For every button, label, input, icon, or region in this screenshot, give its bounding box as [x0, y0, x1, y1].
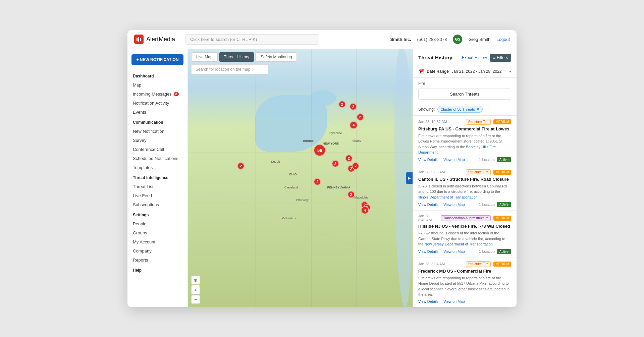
map-container: Live Map Threat History Safety Monitorin… [188, 49, 413, 307]
label-toronto: Toronto [303, 139, 314, 143]
map-locate-button[interactable]: ⊕ [191, 276, 200, 284]
expand-panel-button[interactable]: ▶ [406, 172, 413, 184]
sidebar-item-live-feed[interactable]: Live Feed [127, 191, 187, 200]
avatar: GS [453, 35, 462, 44]
view-map-3[interactable]: View on Map [443, 249, 465, 254]
logo-area: AlertMedia [134, 35, 175, 44]
map-tabs: Live Map Threat History Safety Monitorin… [191, 52, 297, 62]
threat-time-3: Jan 28, 8:40 AM [418, 214, 438, 222]
date-chevron-icon[interactable]: ▾ [509, 69, 511, 74]
sidebar-item-conference-call[interactable]: Conference Call [127, 145, 187, 154]
sidebar-item-my-account[interactable]: My Account [127, 237, 187, 246]
cluster-2-i[interactable]: 2 [347, 191, 355, 198]
threat-time-1: Jan 28, 10:37 AM [418, 120, 463, 124]
sidebar-item-map[interactable]: Map [127, 80, 187, 90]
sidebar-item-survey[interactable]: Survey [127, 136, 187, 145]
cluster-2-l[interactable]: 2 [237, 162, 245, 170]
sidebar-item-scheduled-notifications[interactable]: Scheduled Notifications [127, 154, 187, 163]
sidebar-item-templates[interactable]: Templates [127, 163, 187, 172]
search-threats-area: Fire Search Threats [413, 78, 517, 103]
date-range-bar: 📅 Date Range Jan 21, 2022 - Jan 28, 2022… [413, 65, 517, 78]
sidebar-item-new-notification[interactable]: New Notification [127, 127, 187, 136]
showing-label: Showing: [418, 107, 435, 112]
right-panel-header: Threat History Export History ≡ Filters [413, 49, 517, 65]
threat-tag-1: Structure Fire [466, 119, 491, 125]
label-columbus: Columbus [282, 217, 296, 220]
logo-text: AlertMedia [146, 36, 175, 43]
threat-desc-1: Fire crews are responding to reports of … [418, 133, 511, 155]
filters-label: Filters [497, 55, 508, 60]
map-roads-svg [188, 49, 413, 307]
threat-tag-3: Transportation & Infrastructure [441, 215, 491, 221]
right-panel-title: Threat History [418, 55, 459, 60]
logo-bold: Alert [146, 36, 159, 43]
sidebar-item-reports[interactable]: Reports [127, 256, 187, 265]
threat-meta-2: Jan 28, 9:05 AM Structure Fire MEDIUM [418, 169, 511, 175]
svg-rect-0 [137, 38, 138, 41]
view-details-2[interactable]: View Details [418, 203, 438, 207]
view-map-1[interactable]: View on Map [443, 158, 465, 162]
company-name: Smith Inc. [390, 37, 411, 42]
view-details-4[interactable]: View Details [418, 299, 438, 303]
threat-link-2[interactable]: Illinois Department of Transportation. [418, 195, 479, 199]
threat-tag-2: Structure Fire [466, 169, 491, 175]
sidebar-item-people[interactable]: People [127, 219, 187, 228]
threat-footer-2: View Details | View on Map 1 location Ac… [418, 202, 511, 207]
threat-footer-1: View Details | View on Map 1 location Ac… [418, 157, 511, 162]
threat-title-4: Frederick MD US - Commercial Fire [418, 269, 511, 274]
cluster-2-a[interactable]: 2 [338, 101, 346, 108]
sidebar-item-subscriptions[interactable]: Subscriptions [127, 200, 187, 209]
cluster-2-f[interactable]: 2 [345, 155, 353, 162]
cluster-56[interactable]: 56 [314, 144, 326, 156]
sidebar-item-company[interactable]: Company [127, 246, 187, 256]
zoom-in-button[interactable]: + [191, 286, 200, 294]
cluster-2-e[interactable]: 2 [332, 160, 339, 167]
sidebar-item-notification-activity[interactable]: Notification Activity [127, 99, 187, 108]
label-ohio: OHIO [289, 173, 297, 176]
date-range-value: Jan 21, 2022 - Jan 28, 2022 [451, 69, 506, 74]
global-search[interactable]: Click here to search (or CTRL + K) [185, 34, 319, 45]
sidebar-item-groups[interactable]: Groups [127, 228, 187, 237]
export-history-link[interactable]: Export History [462, 55, 487, 60]
filters-button[interactable]: ≡ Filters [490, 54, 511, 62]
tab-threat-history[interactable]: Threat History [219, 52, 254, 62]
cluster-2-c[interactable]: 2 [357, 113, 364, 121]
cluster-2-b[interactable]: 2 [350, 103, 357, 110]
threat-link-3[interactable]: New Jersey Department of Transportation. [424, 242, 494, 246]
sidebar-item-threat-list[interactable]: Threat List [127, 182, 187, 191]
view-map-2[interactable]: View on Map [443, 203, 465, 207]
user-name: Greg Smith [468, 37, 490, 42]
view-details-3[interactable]: View Details [418, 249, 438, 254]
view-map-4[interactable]: View on Map [443, 299, 465, 303]
cluster-tag-remove[interactable]: ✕ [476, 107, 480, 112]
search-threats-button[interactable]: Search Threats [418, 89, 511, 100]
main-layout: + NEW NOTIFICATION Dashboard Map Incomin… [127, 49, 517, 307]
cluster-tag-label: Cluster of 56 Threats [440, 107, 475, 111]
cluster-2-h[interactable]: 2 [352, 162, 359, 170]
search-category-label: Fire [418, 81, 511, 86]
view-details-1[interactable]: View Details [418, 158, 438, 162]
threat-severity-1: MEDIUM [493, 119, 511, 124]
threat-item-1: Jan 28, 10:37 AM Structure Fire MEDIUM P… [413, 116, 517, 166]
cluster-filter-tag[interactable]: Cluster of 56 Threats ✕ [437, 106, 483, 113]
logout-button[interactable]: Logout [496, 37, 510, 42]
tab-safety-monitoring[interactable]: Safety Monitoring [256, 52, 297, 62]
label-pennsylvania: PENNSYLVANIA [327, 186, 350, 189]
sidebar-section-help: Help [127, 265, 187, 275]
location-count-1: 1 location [467, 158, 495, 162]
threat-link-1[interactable]: Berkeley Hills Fire Department. [418, 145, 496, 155]
threat-severity-2: MEDIUM [493, 170, 511, 175]
sidebar-item-incoming-messages[interactable]: Incoming Messages 8 [127, 90, 187, 99]
showing-bar: Showing: Cluster of 56 Threats ✕ [413, 103, 517, 116]
cluster-2-d[interactable]: 2 [314, 178, 321, 185]
map-zoom-controls: + − [191, 286, 200, 304]
new-notification-button[interactable]: + NEW NOTIFICATION [131, 54, 183, 65]
cluster-4-a[interactable]: 4 [350, 121, 358, 129]
location-count-2: 1 location [467, 203, 495, 207]
cluster-4-b[interactable]: 4 [361, 206, 369, 214]
zoom-out-button[interactable]: − [191, 295, 200, 304]
map-search-input[interactable]: Search for location on the map [191, 64, 268, 74]
sidebar-item-events[interactable]: Events [127, 108, 187, 117]
tab-live-map[interactable]: Live Map [191, 52, 218, 62]
logo-light: Media [159, 36, 175, 43]
